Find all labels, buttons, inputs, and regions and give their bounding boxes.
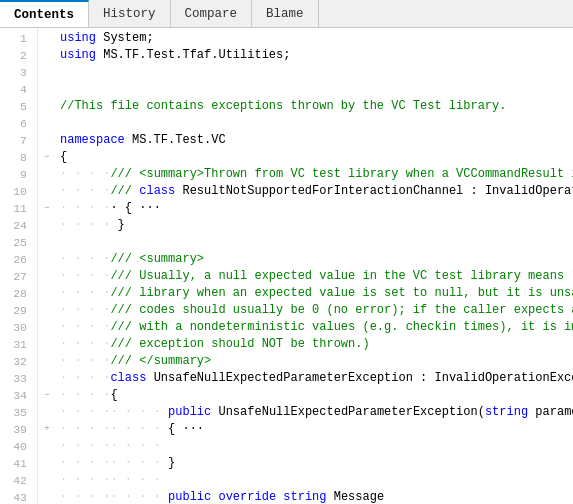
gutter-slot-empty bbox=[38, 234, 56, 251]
code-line: · · · · /// with a nondeterministic valu… bbox=[60, 319, 573, 336]
gutter-icons: −−−++ bbox=[38, 28, 56, 504]
tab-history[interactable]: History bbox=[89, 0, 171, 27]
code-line: · · · · class UnsafeNullExpectedParamete… bbox=[60, 370, 573, 387]
code-line: · · · · /// library when an expected val… bbox=[60, 285, 573, 302]
code-line: · · · · · · · · public override string M… bbox=[60, 489, 573, 504]
code-line bbox=[60, 64, 573, 81]
gutter-slot-empty bbox=[38, 217, 56, 234]
gutter-slot-empty bbox=[38, 336, 56, 353]
collapse-icon[interactable]: − bbox=[38, 387, 56, 404]
gutter-slot-empty bbox=[38, 319, 56, 336]
line-number: 25 bbox=[0, 234, 31, 251]
code-line: · · · · /// Usually, a null expected val… bbox=[60, 268, 573, 285]
expand-icon[interactable]: + bbox=[38, 421, 56, 438]
line-number: 3 bbox=[0, 64, 31, 81]
line-number: 5 bbox=[0, 98, 31, 115]
gutter-slot-empty bbox=[38, 489, 56, 504]
line-number: 35 bbox=[0, 404, 31, 421]
line-number: 11 bbox=[0, 200, 31, 217]
line-number: 4 bbox=[0, 81, 31, 98]
code-line bbox=[60, 234, 573, 251]
line-number: 31 bbox=[0, 336, 31, 353]
gutter-slot-empty bbox=[38, 166, 56, 183]
code-line: · · · · /// class ResultNotSupportedForI… bbox=[60, 183, 573, 200]
code-line: · · · · /// </summary> bbox=[60, 353, 573, 370]
code-area: 1234567891011242526272829303132333435394… bbox=[0, 28, 573, 504]
code-line: namespace MS.TF.Test.VC bbox=[60, 132, 573, 149]
code-line bbox=[60, 81, 573, 98]
code-line: · · · · { bbox=[60, 387, 573, 404]
code-line: · · · · /// exception should NOT be thro… bbox=[60, 336, 573, 353]
tab-blame[interactable]: Blame bbox=[252, 0, 319, 27]
gutter-slot-empty bbox=[38, 455, 56, 472]
collapse-icon[interactable]: − bbox=[38, 200, 56, 217]
code-line: · · · · · { ··· bbox=[60, 200, 573, 217]
code-line: · · · · · · · · bbox=[60, 472, 573, 489]
code-line: using MS.TF.Test.Tfaf.Utilities; bbox=[60, 47, 573, 64]
line-number: 9 bbox=[0, 166, 31, 183]
app-container: Contents History Compare Blame 123456789… bbox=[0, 0, 573, 504]
line-number: 28 bbox=[0, 285, 31, 302]
gutter-slot-empty bbox=[38, 115, 56, 132]
line-number: 27 bbox=[0, 268, 31, 285]
gutter-slot-empty bbox=[38, 268, 56, 285]
line-number: 1 bbox=[0, 30, 31, 47]
code-line: · · · · · · · · } bbox=[60, 455, 573, 472]
gutter-slot-empty bbox=[38, 438, 56, 455]
code-line: using System; bbox=[60, 30, 573, 47]
line-number: 33 bbox=[0, 370, 31, 387]
gutter-slot-empty bbox=[38, 98, 56, 115]
line-number: 39 bbox=[0, 421, 31, 438]
gutter-slot-empty bbox=[38, 30, 56, 47]
gutter-slot-empty bbox=[38, 132, 56, 149]
line-number: 8 bbox=[0, 149, 31, 166]
gutter-slot-empty bbox=[38, 251, 56, 268]
gutter-slot-empty bbox=[38, 302, 56, 319]
line-number: 6 bbox=[0, 115, 31, 132]
line-number: 41 bbox=[0, 455, 31, 472]
line-numbers: 1234567891011242526272829303132333435394… bbox=[0, 28, 38, 504]
line-number: 32 bbox=[0, 353, 31, 370]
gutter-slot-empty bbox=[38, 81, 56, 98]
tab-contents[interactable]: Contents bbox=[0, 0, 89, 27]
code-line bbox=[60, 115, 573, 132]
line-number: 40 bbox=[0, 438, 31, 455]
tab-compare[interactable]: Compare bbox=[171, 0, 253, 27]
gutter-slot-empty bbox=[38, 47, 56, 64]
line-number: 2 bbox=[0, 47, 31, 64]
code-line: · · · · /// codes should usually be 0 (n… bbox=[60, 302, 573, 319]
gutter-slot-empty bbox=[38, 370, 56, 387]
line-number: 24 bbox=[0, 217, 31, 234]
code-line: · · · · · · · · bbox=[60, 438, 573, 455]
gutter-slot-empty bbox=[38, 353, 56, 370]
collapse-icon[interactable]: − bbox=[38, 149, 56, 166]
gutter-slot-empty bbox=[38, 285, 56, 302]
line-number: 43 bbox=[0, 489, 31, 504]
code-line: · · · · /// <summary> bbox=[60, 251, 573, 268]
code-line: //This file contains exceptions thrown b… bbox=[60, 98, 573, 115]
code-line: { bbox=[60, 149, 573, 166]
line-number: 34 bbox=[0, 387, 31, 404]
code-content[interactable]: using System;using MS.TF.Test.Tfaf.Utili… bbox=[56, 28, 573, 504]
line-number: 7 bbox=[0, 132, 31, 149]
code-line: · · · · } bbox=[60, 217, 573, 234]
line-number: 10 bbox=[0, 183, 31, 200]
tab-bar: Contents History Compare Blame bbox=[0, 0, 573, 28]
gutter-slot-empty bbox=[38, 404, 56, 421]
code-line: · · · · /// <summary>Thrown from VC test… bbox=[60, 166, 573, 183]
code-line: · · · · · · · · public UnsafeNullExpecte… bbox=[60, 404, 573, 421]
gutter-slot-empty bbox=[38, 183, 56, 200]
gutter-slot-empty bbox=[38, 472, 56, 489]
line-number: 26 bbox=[0, 251, 31, 268]
line-number: 30 bbox=[0, 319, 31, 336]
line-number: 29 bbox=[0, 302, 31, 319]
line-number: 42 bbox=[0, 472, 31, 489]
code-line: · · · · · · · · { ··· bbox=[60, 421, 573, 438]
gutter-slot-empty bbox=[38, 64, 56, 81]
